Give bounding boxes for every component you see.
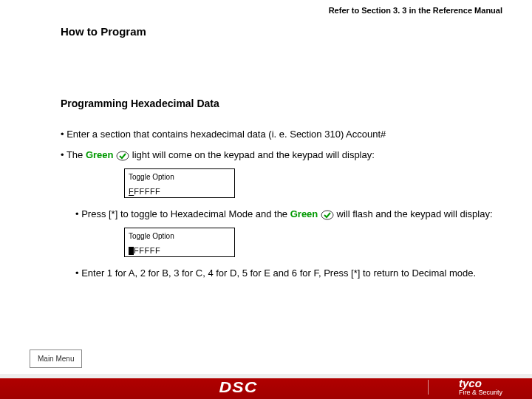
page-title: How to Program	[61, 25, 146, 38]
text-fragment: • The	[61, 149, 86, 160]
lcd-display-1: Toggle Option FFFFFF	[124, 168, 235, 198]
tyco-subtitle: Fire & Security	[459, 389, 502, 396]
tyco-brand: tyco	[459, 378, 502, 389]
checkmark-icon	[321, 210, 334, 220]
lcd-line: FFFFF	[129, 245, 231, 257]
svg-point-0	[117, 151, 129, 160]
green-label: Green	[86, 149, 114, 160]
content-body: • Enter a section that contains hexadeci…	[61, 124, 502, 287]
cursor-icon	[129, 247, 134, 255]
footer-bar: DSC tyco Fire & Security	[0, 374, 532, 399]
main-menu-button[interactable]: Main Menu	[30, 349, 82, 368]
lcd-display-2: Toggle Option FFFFF	[124, 228, 235, 257]
lcd-line: Toggle Option	[129, 231, 231, 242]
checkmark-icon	[116, 151, 129, 161]
dsc-logo: DSC	[222, 379, 255, 396]
lcd-line: FFFFFF	[129, 185, 231, 198]
bullet-enter-section: • Enter a section that contains hexadeci…	[61, 127, 502, 142]
green-label: Green	[290, 208, 318, 219]
section-heading: Programming Hexadecimal Data	[61, 98, 219, 109]
text-fragment: • Press [*] to toggle to Hexadecimal Mod…	[75, 208, 290, 219]
tyco-logo: tyco Fire & Security	[459, 378, 502, 396]
reference-note: Refer to Section 3. 3 in the Reference M…	[329, 6, 502, 15]
bullet-green-light: • The Green light will come on the keypa…	[61, 148, 502, 163]
bullet-press-star: • Press [*] to toggle to Hexadecimal Mod…	[75, 207, 502, 222]
bullet-enter-digits: • Enter 1 for A, 2 for B, 3 for C, 4 for…	[75, 266, 502, 281]
svg-point-1	[321, 211, 333, 219]
text-fragment: FFFFF	[134, 246, 160, 255]
text-fragment: light will come on the keypad and the ke…	[129, 149, 375, 160]
divider	[428, 380, 429, 395]
lcd-line: Toggle Option	[129, 171, 231, 183]
text-fragment: will flash and the keypad will display:	[334, 208, 493, 219]
